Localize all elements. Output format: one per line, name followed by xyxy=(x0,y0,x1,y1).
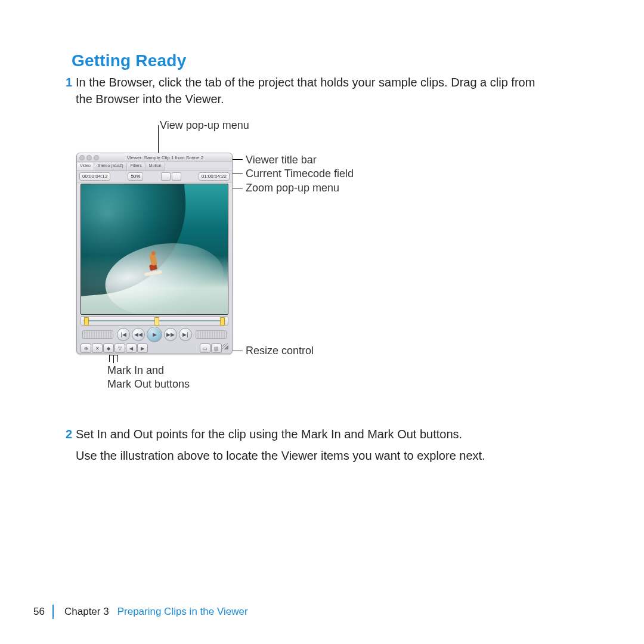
mark-in-button[interactable]: ◀ xyxy=(126,343,137,353)
step-number: 1 xyxy=(61,74,72,91)
tab-motion[interactable]: Motion xyxy=(146,163,165,171)
viewer-tabs: Video Stereo (a1a2) Filters Motion xyxy=(77,162,232,171)
jog-control[interactable] xyxy=(196,330,227,339)
step-2-text: Set In and Out points for the clip using… xyxy=(76,428,462,441)
callout-view-popup: View pop-up menu xyxy=(160,119,249,132)
video-canvas xyxy=(80,184,228,315)
step-number: 2 xyxy=(61,426,72,442)
callout-mark-in-out: Mark In and Mark Out buttons xyxy=(107,364,203,392)
in-point-marker[interactable] xyxy=(84,317,89,326)
callout-zoom-popup: Zoom pop-up menu xyxy=(246,182,339,194)
go-to-end-button[interactable]: ▶| xyxy=(179,328,192,341)
footer-title: Preparing Clips in the Viewer xyxy=(117,606,248,618)
minimize-icon[interactable] xyxy=(86,155,92,160)
view-popup-menu[interactable] xyxy=(161,172,171,181)
step-1: 1In the Browser, click the tab of the pr… xyxy=(61,74,580,107)
zoom-popup-menu[interactable]: 50% xyxy=(128,172,143,181)
step-1-line2: the Browser into the Viewer. xyxy=(61,91,580,107)
play-button[interactable]: ▶ xyxy=(147,327,162,342)
go-to-start-button[interactable]: |◀ xyxy=(117,328,130,341)
step-2: 2Set In and Out points for the clip usin… xyxy=(61,426,580,442)
viewer-window: Viewer: Sample Clip 1 from Scene 2 Video… xyxy=(76,153,233,354)
out-point-marker[interactable] xyxy=(220,317,225,326)
callout-resize: Resize control xyxy=(246,345,314,357)
viewer-title: Viewer: Sample Clip 1 from Scene 2 xyxy=(101,155,230,160)
step-forward-button[interactable]: ▶▶ xyxy=(164,328,177,341)
playhead[interactable] xyxy=(154,317,159,326)
layout-popup-menu[interactable] xyxy=(172,172,181,181)
viewer-bottom-row: ⊕ ✕ ◆ ▽ ◀ ▶ ▭ ▤ xyxy=(80,343,228,354)
close-icon[interactable] xyxy=(79,155,85,160)
zoom-window-icon[interactable] xyxy=(94,155,99,160)
footer-chapter: Chapter 3 xyxy=(64,606,109,618)
current-timecode-field[interactable]: 00:00:04:13 xyxy=(79,172,110,181)
generator-popup-button[interactable]: ▤ xyxy=(211,343,222,353)
scrubber-bar[interactable] xyxy=(80,316,228,326)
transport-controls: |◀ ◀◀ ▶ ▶▶ ▶| xyxy=(80,327,228,342)
tab-stereo[interactable]: Stereo (a1a2) xyxy=(95,163,127,171)
section-heading: Getting Ready xyxy=(72,51,186,70)
source-timecode-field[interactable]: 01:00:04:22 xyxy=(199,172,230,181)
followup-text: Use the illustration above to locate the… xyxy=(76,449,485,463)
viewer-figure: View pop-up menu Viewer title bar Curren… xyxy=(76,119,518,382)
callout-title-bar: Viewer title bar xyxy=(246,154,317,166)
viewer-title-bar: Viewer: Sample Clip 1 from Scene 2 xyxy=(77,153,232,162)
tab-video[interactable]: Video xyxy=(77,163,94,171)
viewer-top-row: 00:00:04:13 50% 01:00:04:22 xyxy=(77,171,232,182)
mark-out-button[interactable]: ▶ xyxy=(137,343,148,353)
resize-control[interactable] xyxy=(222,343,228,349)
tab-filters[interactable]: Filters xyxy=(128,163,145,171)
page-number: 56 xyxy=(33,605,45,619)
add-keyframe-button[interactable]: ◆ xyxy=(103,343,114,353)
recent-clips-button[interactable]: ▭ xyxy=(200,343,210,353)
footer: Chapter 3 Preparing Clips in the Viewer xyxy=(52,605,248,619)
shuttle-control[interactable] xyxy=(82,330,113,339)
mark-clip-button[interactable]: ✕ xyxy=(92,343,103,353)
add-marker-button[interactable]: ▽ xyxy=(114,343,125,353)
callout-current-tc: Current Timecode field xyxy=(246,168,354,180)
step-back-button[interactable]: ◀◀ xyxy=(132,328,145,341)
surfer-image xyxy=(145,251,160,275)
step-1-line1: In the Browser, click the tab of the pro… xyxy=(76,76,535,89)
match-frame-button[interactable]: ⊕ xyxy=(80,343,91,353)
